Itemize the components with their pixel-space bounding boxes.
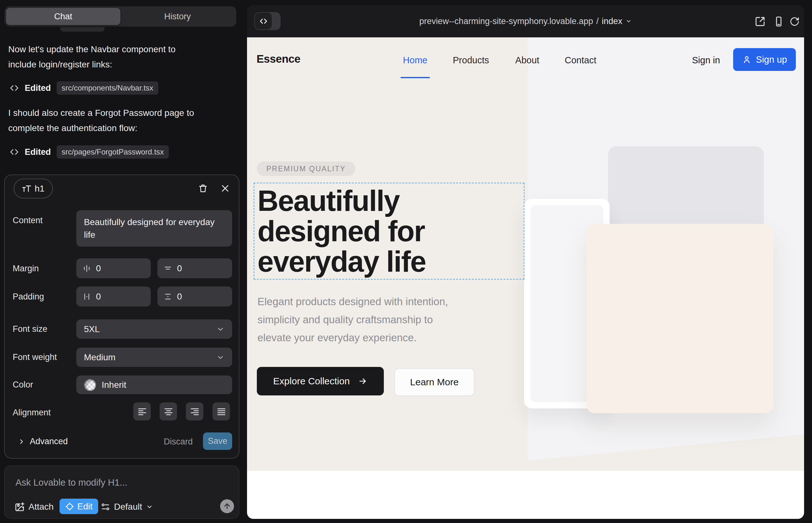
rendered-site: Essence Home Products About Contact Sign…: [247, 37, 804, 519]
message-line: Now let's update the Navbar component to: [8, 42, 234, 57]
file-chip[interactable]: src/pages/ForgotPassword.tsx: [57, 145, 169, 159]
site-logo[interactable]: Essence: [257, 53, 301, 65]
align-center-icon: [164, 407, 173, 416]
chevron-down-icon: [146, 503, 153, 510]
code-icon: [10, 147, 19, 157]
delete-element-button[interactable]: [197, 183, 209, 194]
hero-paragraph-line: Elegant products designed with intention…: [258, 292, 448, 310]
align-justify-icon: [217, 407, 226, 416]
message-line: I should also create a Forgot Password p…: [8, 105, 234, 121]
path-separator: /: [596, 16, 599, 26]
align-center-button[interactable]: [160, 402, 177, 420]
edit-mode-label: Edit: [77, 502, 92, 511]
browser-topbar: preview--charming-site-symphony.lovable.…: [247, 5, 804, 37]
external-link-icon: [755, 16, 765, 27]
edited-file-row: Edited src/pages/ForgotPassword.tsx: [10, 145, 169, 159]
chevron-down-icon: [625, 18, 632, 24]
code-icon: [10, 83, 19, 93]
open-external-button[interactable]: [754, 16, 766, 28]
discard-button[interactable]: Discard: [164, 437, 193, 447]
arrow-up-icon: [223, 502, 231, 510]
user-icon: [742, 55, 752, 64]
element-editor-panel: h1 Content Beautifully designed for ever…: [4, 175, 240, 459]
content-label: Content: [13, 216, 43, 226]
color-swatch: [84, 379, 96, 391]
mobile-view-button[interactable]: [773, 16, 785, 28]
tab-history[interactable]: History: [120, 8, 235, 25]
align-right-button[interactable]: [186, 402, 203, 420]
margin-label: Margin: [13, 264, 39, 273]
nav-link-products[interactable]: Products: [450, 55, 492, 66]
margin-y-value: 0: [177, 264, 182, 273]
margin-x-input[interactable]: 0: [76, 258, 151, 278]
attach-image-icon: [15, 502, 25, 512]
tab-chat[interactable]: Chat: [6, 8, 120, 25]
align-left-button[interactable]: [133, 402, 151, 420]
hero-heading-line: everyday life: [258, 246, 426, 277]
file-chip[interactable]: src/components/Navbar.tsx: [57, 82, 158, 95]
font-size-select[interactable]: 5XL: [76, 320, 232, 339]
hero-heading-line: Beautifully: [258, 185, 426, 216]
element-tag-label: h1: [35, 184, 44, 194]
type-icon: [22, 184, 31, 194]
font-size-label: Font size: [13, 324, 48, 334]
hero-paragraph-line: simplicity and quality craftsmanship to: [258, 310, 448, 329]
nav-link-home[interactable]: Home: [401, 55, 430, 66]
mobile-icon: [773, 16, 784, 27]
chevron-right-icon: [18, 438, 25, 446]
edit-mode-pill[interactable]: Edit: [59, 499, 98, 514]
chat-panel: Chat History Now let's update the Navbar…: [0, 0, 241, 523]
advanced-label: Advanced: [30, 437, 68, 446]
margin-horizontal-icon: [83, 264, 91, 273]
nav-link-contact[interactable]: Contact: [561, 55, 600, 66]
sign-up-button[interactable]: Sign up: [733, 48, 796, 71]
assistant-message: Now let's update the Navbar component to…: [8, 42, 234, 72]
learn-more-button[interactable]: Learn More: [394, 368, 474, 396]
padding-x-input[interactable]: 0: [76, 287, 151, 306]
prompt-composer[interactable]: Ask Lovable to modify H1... Attach Edit …: [4, 465, 240, 519]
url-bar[interactable]: preview--charming-site-symphony.lovable.…: [247, 5, 804, 37]
prompt-input-placeholder[interactable]: Ask Lovable to modify H1...: [16, 477, 127, 488]
nav-link-about[interactable]: About: [512, 55, 542, 66]
hero-paragraph: Elegant products designed with intention…: [258, 292, 448, 347]
edited-label: Edited: [25, 147, 51, 157]
margin-y-input[interactable]: 0: [157, 258, 232, 278]
align-right-icon: [190, 407, 199, 416]
margin-x-value: 0: [96, 264, 101, 273]
align-left-icon: [138, 407, 147, 416]
message-line: complete the authentication flow:: [8, 121, 234, 136]
content-textarea[interactable]: Beautifully designed for everyday life: [76, 210, 232, 247]
mode-selector[interactable]: Default: [101, 499, 153, 515]
arrow-right-icon: [358, 376, 367, 386]
save-button[interactable]: Save: [203, 432, 232, 450]
preview-browser: preview--charming-site-symphony.lovable.…: [247, 5, 804, 519]
padding-label: Padding: [13, 292, 44, 302]
preview-url: preview--charming-site-symphony.lovable.…: [419, 16, 593, 26]
padding-y-value: 0: [177, 292, 182, 302]
trash-icon: [198, 183, 208, 194]
font-size-value: 5XL: [84, 324, 100, 334]
advanced-toggle[interactable]: Advanced: [18, 437, 68, 446]
hero-heading[interactable]: Beautifully designed for everyday life: [258, 185, 426, 277]
close-editor-button[interactable]: [219, 183, 231, 194]
explore-collection-button[interactable]: Explore Collection: [257, 367, 384, 395]
sign-up-label: Sign up: [756, 54, 787, 65]
sign-in-link[interactable]: Sign in: [692, 55, 720, 66]
align-justify-button[interactable]: [212, 402, 230, 420]
element-tag-pill: h1: [14, 179, 53, 198]
target-icon: [65, 502, 74, 511]
send-button[interactable]: [220, 499, 234, 513]
scrolled-chip-peek: [60, 27, 105, 32]
font-weight-select[interactable]: Medium: [76, 348, 232, 367]
color-value: Inherit: [102, 380, 126, 390]
decorative-card-cream: [586, 224, 773, 413]
margin-vertical-icon: [164, 264, 172, 273]
hero-paragraph-line: elevate your everyday experience.: [258, 329, 448, 347]
refresh-icon: [790, 16, 800, 26]
padding-y-input[interactable]: 0: [157, 287, 232, 306]
attach-button[interactable]: Attach: [15, 499, 54, 515]
color-field[interactable]: Inherit: [76, 376, 232, 394]
refresh-button[interactable]: [789, 16, 800, 28]
color-label: Color: [13, 380, 33, 390]
edited-label: Edited: [25, 83, 51, 93]
